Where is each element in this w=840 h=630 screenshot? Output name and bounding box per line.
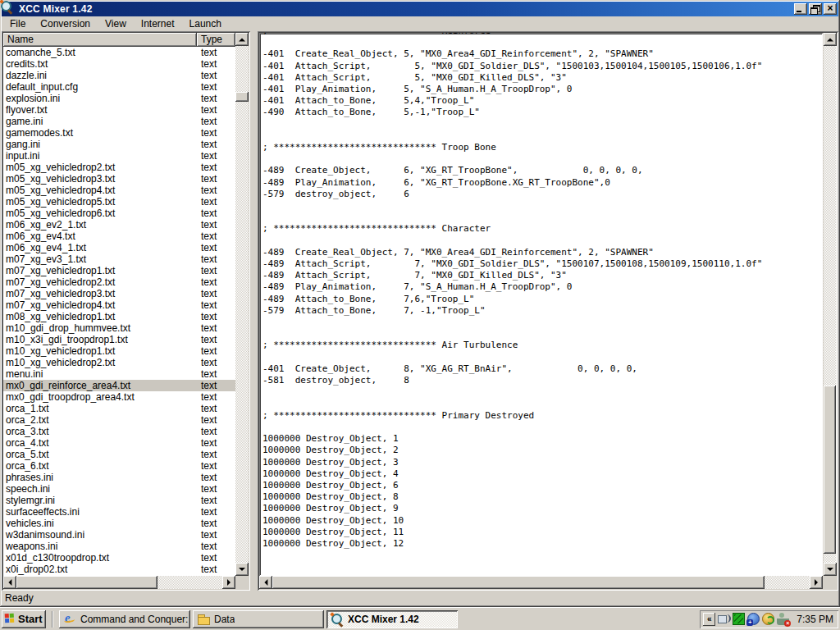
taskbar-task-command-and-conquer[interactable]: Command and Conquer: ...	[59, 610, 190, 628]
file-row[interactable]: orca_2.txttext	[3, 414, 235, 426]
vscroll-thumb[interactable]	[235, 92, 249, 102]
scheduled-task-icon[interactable]	[762, 613, 774, 625]
file-row[interactable]: orca_3.txttext	[3, 426, 235, 437]
close-button[interactable]	[824, 3, 837, 15]
file-row[interactable]: m07_xg_vehicledrop4.txttext	[3, 299, 235, 311]
file-row[interactable]: speech.initext	[3, 483, 235, 495]
file-row[interactable]: stylemgr.initext	[3, 495, 235, 506]
hscroll-thumb[interactable]	[16, 576, 158, 589]
file-row[interactable]: input.initext	[3, 150, 235, 162]
file-row[interactable]: gang.initext	[3, 139, 235, 150]
scroll-right-button[interactable]	[222, 576, 235, 589]
start-button[interactable]: Start	[2, 610, 46, 628]
menu-item-launch[interactable]: Launch	[182, 17, 229, 31]
file-row[interactable]: gamemodes.txttext	[3, 127, 235, 139]
file-row[interactable]: m07_xg_vehicledrop2.txttext	[3, 276, 235, 288]
file-row[interactable]: m05_xg_vehicledrop2.txttext	[3, 162, 235, 173]
menu-item-view[interactable]: View	[98, 17, 134, 31]
taskbar-task-xcc-mixer-1-42[interactable]: XCC Mixer 1.42	[326, 610, 458, 628]
scroll-right-button[interactable]	[810, 576, 823, 589]
file-type-label: text	[197, 518, 235, 529]
file-row[interactable]: m05_xg_vehicledrop6.txttext	[3, 208, 235, 219]
file-type-label: text	[197, 265, 235, 276]
file-list: comanche_5.txttextcredits.txttextdazzle.…	[3, 47, 235, 576]
file-row[interactable]: dazzle.initext	[3, 70, 235, 81]
scroll-left-button[interactable]	[3, 576, 16, 589]
menu-item-file[interactable]: File	[2, 17, 33, 31]
file-row[interactable]: comanche_5.txttext	[3, 47, 235, 58]
file-row[interactable]: weapons.initext	[3, 541, 235, 552]
restore-button[interactable]	[809, 3, 822, 15]
network-pc-icon[interactable]	[718, 613, 730, 625]
file-list-pane: Name Type comanche_5.txttextcredits.txtt…	[2, 31, 250, 591]
file-row[interactable]: m07_xg_vehicledrop1.txttext	[3, 265, 235, 276]
file-name-label: m10_xg_vehicledrop2.txt	[3, 357, 197, 368]
file-type-label: text	[197, 541, 235, 552]
display-driver-icon[interactable]	[733, 613, 745, 625]
file-type-label: text	[197, 495, 235, 506]
file-row[interactable]: phrases.initext	[3, 472, 235, 483]
minimize-button[interactable]	[794, 3, 807, 15]
scroll-up-button[interactable]	[235, 33, 249, 46]
file-row[interactable]: game.initext	[3, 116, 235, 127]
hscroll-track[interactable]	[16, 576, 222, 589]
file-row[interactable]: m10_x3i_gdi_troopdrop1.txttext	[3, 334, 235, 345]
column-header-name[interactable]: Name	[3, 33, 197, 47]
vscroll-thumb[interactable]	[824, 386, 836, 554]
hide-icons-chevron[interactable]: «	[703, 613, 715, 626]
scroll-up-button[interactable]	[824, 33, 837, 46]
file-name-label: m10_xg_vehicledrop1.txt	[3, 345, 197, 357]
file-row[interactable]: orca_6.txttext	[3, 460, 235, 472]
pane-splitter[interactable]	[250, 31, 258, 591]
hscroll-thumb[interactable]	[272, 576, 765, 589]
file-row[interactable]: m07_xg_ev3_1.txttext	[3, 253, 235, 265]
file-name-label: orca_1.txt	[3, 403, 197, 414]
file-row[interactable]: vehicles.initext	[3, 518, 235, 529]
file-row[interactable]: m05_xg_vehicledrop5.txttext	[3, 196, 235, 208]
column-header-type[interactable]: Type	[197, 33, 235, 47]
file-row[interactable]: m07_xg_vehicledrop3.txttext	[3, 288, 235, 299]
file-row[interactable]: m05_xg_vehicledrop4.txttext	[3, 185, 235, 196]
scroll-down-button[interactable]	[824, 563, 837, 576]
file-row[interactable]: orca_1.txttext	[3, 403, 235, 414]
hscroll-track[interactable]	[272, 576, 810, 589]
file-type-label: text	[197, 437, 235, 449]
title-bar[interactable]: XCC Mixer 1.42	[2, 2, 838, 16]
file-row[interactable]: m08_xg_vehicledrop1.txttext	[3, 311, 235, 322]
file-row[interactable]: w3danimsound.initext	[3, 529, 235, 541]
file-type-label: text	[197, 472, 235, 483]
file-row[interactable]: m10_gdi_drop_hummvee.txttext	[3, 322, 235, 334]
globe-update-icon[interactable]	[747, 613, 760, 625]
file-row[interactable]: menu.initext	[3, 368, 235, 380]
scroll-down-button[interactable]	[235, 563, 249, 576]
file-row[interactable]: m06_xg_ev4_1.txttext	[3, 242, 235, 253]
file-row[interactable]: orca_4.txttext	[3, 437, 235, 449]
file-row[interactable]: surfaceeffects.initext	[3, 506, 235, 518]
xcc-app-icon[interactable]	[3, 3, 16, 15]
file-row[interactable]: m05_xg_vehicledrop3.txttext	[3, 173, 235, 185]
viewer-content[interactable]: ; ****************************** Reinfor…	[259, 33, 823, 576]
file-row[interactable]: m06_xg_ev4.txttext	[3, 231, 235, 242]
vscroll-track[interactable]	[824, 46, 836, 563]
messenger-offline-icon[interactable]	[777, 613, 789, 625]
file-type-label: text	[197, 288, 235, 299]
file-row[interactable]: orca_5.txttext	[3, 449, 235, 460]
scroll-left-button[interactable]	[259, 576, 272, 589]
viewer-vscrollbar	[823, 33, 836, 576]
vscroll-track[interactable]	[235, 46, 249, 563]
file-row[interactable]: credits.txttext	[3, 58, 235, 70]
file-name-label: gang.ini	[3, 139, 197, 150]
file-row[interactable]: mx0_gdi_reinforce_area4.txttext	[3, 380, 235, 391]
file-row[interactable]: x01d_c130troopdrop.txttext	[3, 552, 235, 564]
file-row[interactable]: explosion.initext	[3, 93, 235, 104]
file-row[interactable]: x0i_drop02.txttext	[3, 564, 235, 575]
file-row[interactable]: mx0_gdi_troopdrop_area4.txttext	[3, 391, 235, 403]
file-row[interactable]: m10_xg_vehicledrop1.txttext	[3, 345, 235, 357]
file-row[interactable]: default_input.cfgtext	[3, 81, 235, 93]
file-row[interactable]: m10_xg_vehicledrop2.txttext	[3, 357, 235, 368]
file-row[interactable]: flyover.txttext	[3, 104, 235, 116]
menu-item-internet[interactable]: Internet	[134, 17, 182, 31]
taskbar-task-data[interactable]: Data	[193, 610, 324, 628]
file-row[interactable]: m06_xg_ev2_1.txttext	[3, 219, 235, 231]
menu-item-conversion[interactable]: Conversion	[33, 17, 98, 31]
